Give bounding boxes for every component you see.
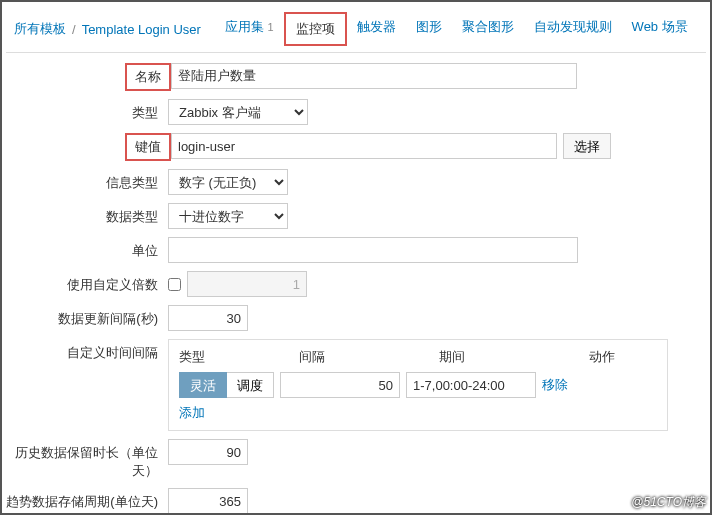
type-select[interactable]: Zabbix 客户端 (168, 99, 308, 125)
interval-value-input[interactable] (280, 372, 400, 398)
watermark: @51CTO博客 (631, 494, 706, 511)
tab-graphs[interactable]: 图形 (406, 12, 452, 46)
key-label: 键值 (125, 133, 171, 161)
data-label: 数据类型 (6, 203, 168, 226)
custom-interval-label: 自定义时间间隔 (6, 339, 168, 362)
form: 名称 类型 Zabbix 客户端 键值 选择 信息类型 (6, 53, 706, 515)
tab-screens[interactable]: 聚合图形 (452, 12, 524, 46)
multiplier-label: 使用自定义倍数 (6, 271, 168, 294)
unit-label: 单位 (6, 237, 168, 260)
info-label: 信息类型 (6, 169, 168, 192)
interval-period-input[interactable] (406, 372, 536, 398)
breadcrumb-nav: 所有模板 / Template Login User 应用集 1 监控项 触发器… (6, 6, 706, 53)
interval-h-interval: 间隔 (299, 348, 439, 366)
tab-triggers[interactable]: 触发器 (347, 12, 406, 46)
tab-items[interactable]: 监控项 (284, 12, 347, 46)
breadcrumb-sep: / (72, 22, 76, 37)
interval-type-pills: 灵活 调度 (179, 372, 274, 398)
history-input[interactable] (168, 439, 248, 465)
breadcrumb-all-templates[interactable]: 所有模板 (14, 20, 66, 38)
update-input[interactable] (168, 305, 248, 331)
tab-apps[interactable]: 应用集 1 (215, 12, 284, 46)
tab-discovery[interactable]: 自动发现规则 (524, 12, 622, 46)
pill-flexible[interactable]: 灵活 (179, 372, 227, 398)
interval-h-type: 类型 (179, 348, 299, 366)
multiplier-input (187, 271, 307, 297)
trends-label: 趋势数据存储周期(单位天) (6, 488, 168, 511)
interval-add-link[interactable]: 添加 (179, 405, 205, 420)
tab-apps-label: 应用集 (225, 19, 264, 34)
interval-h-period: 期间 (439, 348, 589, 366)
interval-remove-link[interactable]: 移除 (542, 376, 568, 394)
key-select-button[interactable]: 选择 (563, 133, 611, 159)
pill-scheduling[interactable]: 调度 (227, 372, 274, 398)
history-label: 历史数据保留时长（单位天） (6, 439, 168, 480)
trends-input[interactable] (168, 488, 248, 514)
tab-apps-count: 1 (267, 21, 273, 33)
interval-box: 类型 间隔 期间 动作 灵活 调度 移除 添加 (168, 339, 668, 431)
multiplier-checkbox[interactable] (168, 278, 181, 291)
data-select[interactable]: 十进位数字 (168, 203, 288, 229)
key-input-boxed[interactable] (171, 133, 301, 159)
name-input-rest[interactable] (301, 63, 577, 89)
interval-h-action: 动作 (589, 348, 657, 366)
type-label: 类型 (6, 99, 168, 122)
breadcrumb-template[interactable]: Template Login User (82, 22, 201, 37)
key-input-rest[interactable] (301, 133, 557, 159)
update-label: 数据更新间隔(秒) (6, 305, 168, 328)
name-label: 名称 (125, 63, 171, 91)
tabs: 应用集 1 监控项 触发器 图形 聚合图形 自动发现规则 Web 场景 (215, 12, 698, 46)
info-select[interactable]: 数字 (无正负) (168, 169, 288, 195)
tab-web[interactable]: Web 场景 (622, 12, 698, 46)
name-input-boxed[interactable] (171, 63, 301, 89)
unit-input[interactable] (168, 237, 578, 263)
